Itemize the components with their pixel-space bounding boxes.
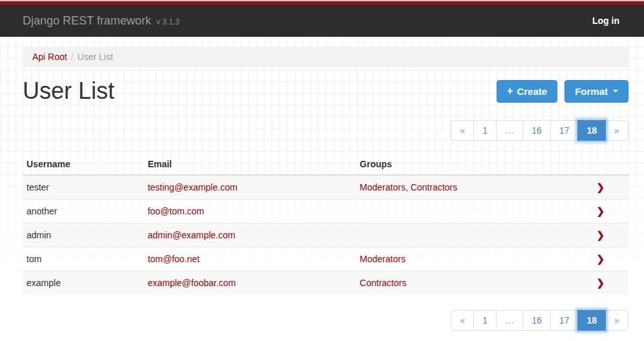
pagination-bottom-area: «1…161718»	[23, 310, 628, 331]
caret-down-icon	[613, 90, 618, 92]
email-link[interactable]: admin@example.com	[147, 230, 235, 240]
pagination-page-button[interactable]: 1	[473, 310, 497, 331]
row-detail-chevron-icon[interactable]: ❯	[597, 205, 605, 216]
pagination-item: 17	[551, 310, 579, 331]
cell-groups	[356, 200, 574, 223]
pagination-current-page[interactable]: 18	[577, 120, 606, 141]
breadcrumb-separator: /	[71, 52, 74, 62]
row-detail-chevron-icon[interactable]: ❯	[597, 253, 605, 264]
column-header-detail	[574, 154, 628, 175]
breadcrumb-current: User List	[78, 52, 113, 62]
create-button[interactable]: + Create	[497, 80, 557, 103]
cell-username: example	[23, 271, 144, 295]
row-detail-chevron-icon[interactable]: ❯	[597, 229, 605, 240]
table-row: exampleexample@foobar.comContractors❯	[23, 271, 628, 295]
column-header-groups: Groups	[356, 154, 574, 175]
toolbar: + Create Format	[497, 80, 628, 103]
page-header: User List + Create Format	[23, 75, 628, 107]
cell-detail: ❯	[574, 223, 628, 247]
cell-groups	[356, 223, 574, 247]
brand-title: Django REST framework	[23, 14, 151, 27]
cell-detail: ❯	[574, 247, 628, 271]
login-link[interactable]: Log in	[592, 16, 619, 26]
format-button[interactable]: Format	[564, 80, 628, 103]
email-link[interactable]: foo@tom.com	[147, 206, 204, 216]
group-link[interactable]: Contractors	[360, 278, 406, 288]
breadcrumb: Api Root/User List	[23, 46, 628, 67]
pagination-item: 18	[578, 120, 606, 141]
pagination-top-area: «1…161718»	[23, 120, 628, 141]
breadcrumb-api-root-link[interactable]: Api Root	[32, 52, 67, 62]
pagination-item: 18	[578, 310, 606, 331]
email-link[interactable]: tom@foo.net	[147, 254, 199, 264]
cell-email: admin@example.com	[144, 223, 356, 247]
create-button-label: Create	[517, 86, 547, 97]
pagination-page-button[interactable]: 1	[473, 120, 497, 141]
page-title: User List	[23, 75, 114, 107]
cell-username: tom	[23, 247, 144, 271]
pagination-next-button[interactable]: »	[605, 310, 628, 331]
pagination-current-page[interactable]: 18	[577, 310, 606, 331]
cell-groups: Contractors	[356, 271, 574, 295]
cell-username: admin	[23, 223, 144, 247]
cell-email: example@foobar.com	[144, 271, 356, 295]
user-table: UsernameEmailGroups testertesting@exampl…	[23, 154, 628, 294]
pagination-page-button[interactable]: 17	[550, 310, 579, 331]
pagination-prev-button[interactable]: «	[451, 310, 474, 331]
navbar-brand[interactable]: Django REST framework v 3.1.3	[23, 14, 180, 28]
cell-email: foo@tom.com	[144, 200, 356, 223]
table-row: testertesting@example.comModerators, Con…	[23, 175, 628, 200]
table-body: testertesting@example.comModerators, Con…	[23, 175, 628, 294]
pagination-item: «	[451, 120, 474, 141]
column-header-username: Username	[23, 154, 144, 175]
pagination-ellipsis: …	[496, 310, 523, 331]
cell-username: another	[23, 200, 144, 223]
pagination-page-button[interactable]: 17	[550, 120, 579, 141]
pagination-item: …	[497, 310, 523, 331]
main-container: Api Root/User List User List + Create Fo…	[23, 46, 628, 331]
cell-groups: Moderators, Contractors	[356, 175, 574, 200]
email-link[interactable]: testing@example.com	[147, 182, 237, 192]
group-link[interactable]: Moderators	[360, 182, 405, 192]
cell-detail: ❯	[574, 271, 628, 295]
pagination-item: 1	[474, 120, 497, 141]
pagination-page-button[interactable]: 16	[522, 310, 551, 331]
cell-username: tester	[23, 175, 144, 200]
cell-email: tom@foo.net	[144, 247, 356, 271]
format-button-label: Format	[575, 86, 608, 97]
row-detail-chevron-icon[interactable]: ❯	[597, 181, 605, 192]
cell-detail: ❯	[574, 175, 628, 200]
column-header-email: Email	[144, 154, 356, 175]
pagination-next-button[interactable]: »	[605, 120, 628, 141]
plus-icon: +	[507, 85, 513, 97]
group-link[interactable]: Moderators	[360, 254, 405, 264]
pagination-top: «1…161718»	[451, 120, 628, 141]
table-row: tomtom@foo.netModerators❯	[23, 247, 628, 271]
cell-detail: ❯	[574, 200, 628, 223]
table-row: adminadmin@example.com❯	[23, 223, 628, 247]
table-row: anotherfoo@tom.com❯	[23, 200, 628, 223]
cell-groups: Moderators	[356, 247, 574, 271]
pagination-prev-button[interactable]: «	[451, 120, 474, 141]
group-link[interactable]: Contractors	[411, 182, 457, 192]
pagination-bottom: «1…161718»	[451, 310, 628, 331]
pagination-item: 1	[474, 310, 497, 331]
pagination-item: «	[451, 310, 474, 331]
cell-email: testing@example.com	[144, 175, 356, 200]
pagination-item: 16	[523, 310, 551, 331]
brand-version: v 3.1.3	[156, 17, 180, 26]
navbar: Django REST framework v 3.1.3 Log in	[0, 5, 644, 37]
email-link[interactable]: example@foobar.com	[147, 278, 235, 288]
pagination-item: …	[497, 120, 523, 141]
pagination-item: »	[606, 120, 628, 141]
pagination-item: 16	[523, 120, 551, 141]
table-header-row: UsernameEmailGroups	[23, 154, 628, 175]
row-detail-chevron-icon[interactable]: ❯	[597, 277, 605, 288]
pagination-page-button[interactable]: 16	[522, 120, 551, 141]
pagination-item: 17	[551, 120, 579, 141]
pagination-ellipsis: …	[496, 120, 523, 141]
pagination-item: »	[606, 310, 628, 331]
